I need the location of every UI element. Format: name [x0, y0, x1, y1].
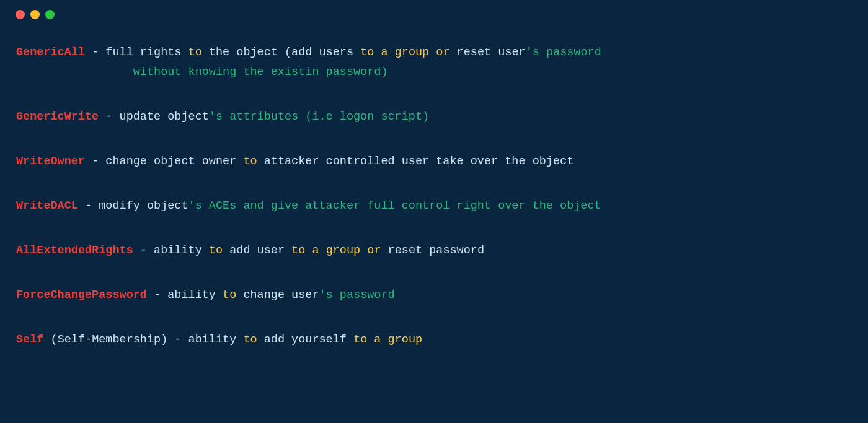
code-token: - update object — [99, 110, 209, 123]
code-line: without knowing the existin password) — [16, 65, 852, 80]
code-token: 's ACEs and give attacker full control r… — [188, 199, 601, 212]
code-line: WriteOwner - change object owner to atta… — [16, 154, 852, 169]
code-token — [319, 244, 326, 257]
close-icon[interactable] — [16, 10, 25, 19]
code-token: change user — [236, 289, 319, 302]
entry-genericwrite: GenericWrite - update object's attribute… — [16, 110, 852, 124]
code-token: WriteDACL — [16, 199, 78, 212]
code-token: 's attributes (i.e logon script) — [209, 110, 429, 123]
code-line: GenericWrite - update object's attribute… — [16, 110, 852, 124]
code-token — [388, 46, 395, 59]
code-token: to — [291, 244, 305, 257]
code-token: group — [326, 244, 361, 257]
code-line: GenericAll - full rights to the object (… — [16, 45, 852, 60]
minimize-icon[interactable] — [30, 10, 40, 19]
code-line: AllExtendedRights - ability to add user … — [16, 243, 852, 258]
code-token: to — [243, 333, 257, 346]
entry-writeowner: WriteOwner - change object owner to atta… — [16, 154, 852, 169]
code-token: - ability — [133, 244, 209, 257]
window-titlebar — [0, 0, 868, 25]
code-token: GenericWrite — [16, 110, 99, 123]
code-token: without knowing the existin password) — [133, 66, 388, 79]
code-line: WriteDACL - modify object's ACEs and giv… — [16, 199, 852, 214]
code-token: Self — [16, 333, 43, 346]
code-token: to — [360, 46, 374, 59]
code-token: add yourself — [257, 333, 353, 346]
code-token: - modify object — [78, 199, 188, 212]
zoom-icon[interactable] — [45, 10, 55, 19]
code-token: to — [188, 46, 202, 59]
code-token: - change object owner — [85, 155, 243, 168]
terminal-window: GenericAll - full rights to the object (… — [0, 0, 868, 423]
code-token: the object (add users — [202, 46, 360, 59]
code-line: ForceChangePassword - ability to change … — [16, 288, 852, 303]
code-token — [374, 46, 381, 59]
code-token: a — [381, 46, 388, 59]
entry-self: Self (Self-Membership) - ability to add … — [16, 333, 852, 347]
code-token: a — [374, 333, 381, 346]
code-token — [367, 333, 374, 346]
code-content: GenericAll - full rights to the object (… — [0, 25, 868, 347]
code-token — [360, 244, 367, 257]
code-token: group — [395, 46, 430, 59]
code-token: to — [243, 155, 257, 168]
code-token — [16, 66, 133, 79]
code-token: reset user — [450, 46, 526, 59]
code-token: reset password — [381, 244, 485, 257]
code-token: (Self-Membership) - ability — [43, 333, 243, 346]
entry-forcechangepassword: ForceChangePassword - ability to change … — [16, 288, 852, 303]
entry-writedacl: WriteDACL - modify object's ACEs and giv… — [16, 199, 852, 214]
code-token: 's password — [319, 289, 395, 302]
entry-allextendedrights: AllExtendedRights - ability to add user … — [16, 243, 852, 258]
code-token — [429, 46, 436, 59]
code-token: group — [388, 333, 423, 346]
code-token: AllExtendedRights — [16, 244, 133, 257]
code-token: - ability — [147, 289, 223, 302]
code-token: ForceChangePassword — [16, 289, 147, 302]
code-token: to — [353, 333, 367, 346]
code-token: a — [312, 244, 319, 257]
code-token: to — [223, 289, 236, 302]
entry-genericall: GenericAll - full rights to the object (… — [16, 45, 852, 80]
code-token — [381, 333, 388, 346]
code-token — [305, 244, 312, 257]
code-token: 's password — [526, 46, 601, 59]
code-token: add user — [223, 244, 291, 257]
code-token: or — [367, 244, 381, 257]
code-token: WriteOwner — [16, 155, 85, 168]
code-token: - full rights — [85, 46, 188, 59]
code-token: to — [209, 244, 223, 257]
code-line: Self (Self-Membership) - ability to add … — [16, 333, 852, 347]
code-token: GenericAll — [16, 46, 85, 59]
code-token: or — [436, 46, 450, 59]
code-token: attacker controlled user take over the o… — [257, 155, 574, 168]
